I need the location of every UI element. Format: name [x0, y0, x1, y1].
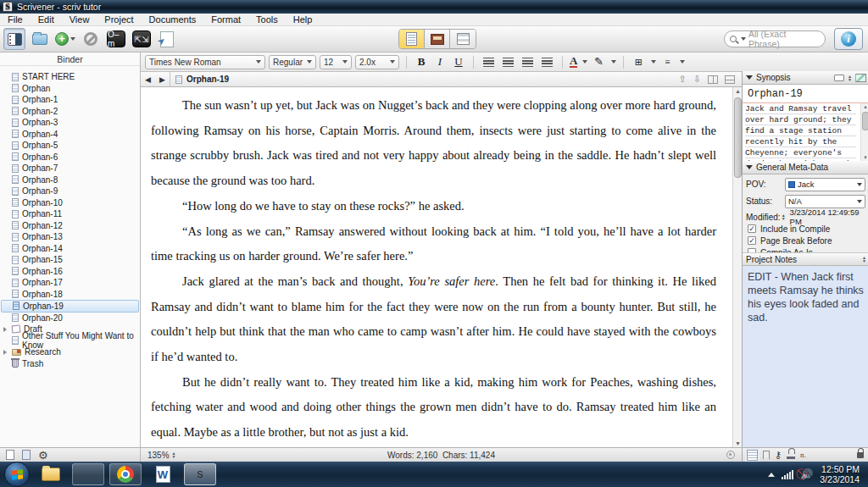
- image-icon[interactable]: [855, 74, 866, 82]
- binder-item[interactable]: Orphan-17: [1, 277, 139, 289]
- keywords-button[interactable]: O–m: [105, 28, 127, 50]
- expand-triangle-icon[interactable]: [3, 350, 7, 355]
- binder-item[interactable]: Orphan-18: [1, 289, 139, 301]
- editor-text[interactable]: The sun wasn’t up yet, but Jack was on N…: [151, 93, 716, 447]
- binder-item[interactable]: Orphan-3: [1, 117, 139, 129]
- binder-item[interactable]: Trash: [1, 358, 139, 370]
- menu-item-format[interactable]: Format: [203, 14, 248, 26]
- project-notes-body[interactable]: EDIT - When Jack first meets Ramsay he t…: [743, 266, 868, 447]
- collapse-triangle-icon[interactable]: [746, 165, 753, 169]
- back-arrow-button[interactable]: ◀: [141, 75, 155, 84]
- binder-item[interactable]: Orphan-11: [1, 208, 139, 220]
- table-dropdown-icon[interactable]: [651, 60, 656, 64]
- menu-item-project[interactable]: Project: [97, 14, 141, 26]
- binder-item[interactable]: Orphan-4: [1, 129, 139, 141]
- typewriter-scrolling-icon[interactable]: [726, 451, 735, 459]
- font-family-select[interactable]: Times New Roman: [145, 55, 265, 69]
- metadata-header[interactable]: General Meta-Data: [743, 161, 868, 174]
- editor-body[interactable]: The sun wasn’t up yet, but Jack was on N…: [141, 87, 742, 447]
- synopsis-title-field[interactable]: Orphan-19: [743, 85, 868, 103]
- search-scope-dropdown-icon[interactable]: [741, 37, 746, 41]
- collapse-triangle-icon[interactable]: [746, 75, 753, 80]
- underline-button[interactable]: U: [451, 55, 466, 69]
- binder-item[interactable]: Orphan-5: [1, 140, 139, 152]
- binder-item[interactable]: Orphan-14: [1, 243, 139, 255]
- lock-icon[interactable]: [857, 452, 864, 458]
- binder-item[interactable]: Orphan-13: [1, 231, 139, 243]
- collections-button[interactable]: [29, 28, 51, 50]
- italic-button[interactable]: I: [432, 55, 448, 69]
- align-right-button[interactable]: [522, 58, 533, 67]
- toggle-binder-button[interactable]: [3, 28, 25, 50]
- pov-select[interactable]: Jack: [785, 178, 865, 191]
- search-input[interactable]: All (Exact Phrase): [724, 30, 826, 47]
- delete-button[interactable]: [80, 28, 102, 50]
- split-vertical-icon[interactable]: [708, 75, 718, 84]
- binder-item[interactable]: Orphan-12: [1, 220, 139, 232]
- notes-pane-icon[interactable]: [747, 450, 758, 461]
- synopsis-scrollbar[interactable]: ▲▼: [860, 103, 868, 161]
- taskbar-app-word[interactable]: W: [147, 463, 179, 485]
- document-icon[interactable]: [175, 75, 182, 84]
- table-button[interactable]: ⊞: [631, 57, 646, 68]
- checkbox-checked[interactable]: ✓: [748, 236, 756, 245]
- expand-triangle-icon[interactable]: [3, 327, 7, 332]
- inspector-toggle-button[interactable]: i: [834, 28, 863, 50]
- custom-metadata-stamp-icon[interactable]: [787, 451, 795, 459]
- binder-item[interactable]: Orphan-7: [1, 163, 139, 174]
- corkboard-view-button[interactable]: [425, 30, 450, 48]
- text-color-button[interactable]: A: [570, 56, 577, 68]
- modified-stepper[interactable]: ▲▼: [782, 213, 786, 220]
- font-style-select[interactable]: Regular: [269, 55, 316, 69]
- synopsis-text[interactable]: Jack and Ramsay travel over hard ground;…: [745, 103, 856, 161]
- binder-item[interactable]: Orphan-9: [1, 185, 139, 197]
- taskbar-app-scrivener[interactable]: S: [184, 463, 216, 485]
- document-view-button[interactable]: [399, 30, 425, 48]
- list-dropdown-icon[interactable]: [680, 60, 685, 64]
- notes-stepper[interactable]: ▲▼: [862, 256, 866, 263]
- clock[interactable]: 12:50 PM 3/23/2014: [820, 464, 860, 484]
- highlight-dropdown-icon[interactable]: [611, 60, 616, 64]
- editor-document-title[interactable]: Orphan-19: [186, 75, 229, 84]
- binder-item[interactable]: Orphan-15: [1, 254, 139, 266]
- outliner-view-button[interactable]: [450, 30, 476, 48]
- taskbar-app-chrome[interactable]: [109, 463, 142, 485]
- binder-item[interactable]: START HERE: [1, 71, 139, 83]
- keywords-key-icon[interactable]: ⚷: [775, 450, 782, 461]
- add-folder-icon[interactable]: [22, 450, 31, 460]
- split-horizontal-icon[interactable]: [725, 75, 735, 84]
- footnotes-icon[interactable]: n.: [800, 451, 806, 459]
- editor-scrollbar[interactable]: ▲ ▼: [732, 87, 742, 447]
- forward-arrow-button[interactable]: ▶: [155, 75, 170, 84]
- synopsis-stepper[interactable]: ▲▼: [848, 75, 852, 81]
- menu-item-file[interactable]: File: [0, 14, 31, 26]
- binder-item[interactable]: Orphan-8: [1, 174, 139, 186]
- scroll-up-icon[interactable]: ▲: [733, 88, 742, 94]
- binder-item[interactable]: Orphan-2: [1, 106, 139, 118]
- synopsis-card[interactable]: Jack and Ramsay travel over hard ground;…: [743, 103, 868, 161]
- highlight-button[interactable]: ✎: [591, 55, 606, 69]
- project-notes-header[interactable]: Project Notes ▲▼: [743, 252, 868, 266]
- binder-item[interactable]: Orphan-16: [1, 266, 139, 278]
- status-select[interactable]: N/A: [785, 195, 865, 208]
- synopsis-header[interactable]: Synopsis ▲▼: [743, 71, 868, 85]
- add-item-button[interactable]: +: [54, 28, 76, 50]
- menu-item-tools[interactable]: Tools: [248, 14, 286, 26]
- binder-item[interactable]: Orphan-10: [1, 197, 139, 209]
- menu-item-view[interactable]: View: [62, 14, 97, 26]
- binder-item[interactable]: Orphan-1: [1, 94, 139, 106]
- align-left-button[interactable]: [483, 58, 494, 67]
- checkbox-checked[interactable]: ✓: [748, 224, 756, 233]
- move-down-icon[interactable]: ⇩: [693, 74, 701, 85]
- scrollbar-thumb[interactable]: [734, 97, 742, 178]
- menu-item-edit[interactable]: Edit: [31, 14, 62, 26]
- align-justify-button[interactable]: [542, 58, 553, 67]
- fullscreen-button[interactable]: ⇱⇲: [131, 28, 153, 50]
- menu-item-help[interactable]: Help: [286, 14, 320, 26]
- binder-item[interactable]: Orphan-20: [1, 313, 139, 324]
- text-color-dropdown-icon[interactable]: [582, 60, 587, 64]
- hidden-icons-arrow[interactable]: [768, 473, 775, 477]
- volume-muted-icon[interactable]: 🔊: [800, 468, 813, 480]
- line-spacing-select[interactable]: 2.0x: [355, 55, 399, 69]
- move-up-icon[interactable]: ⇧: [679, 74, 687, 85]
